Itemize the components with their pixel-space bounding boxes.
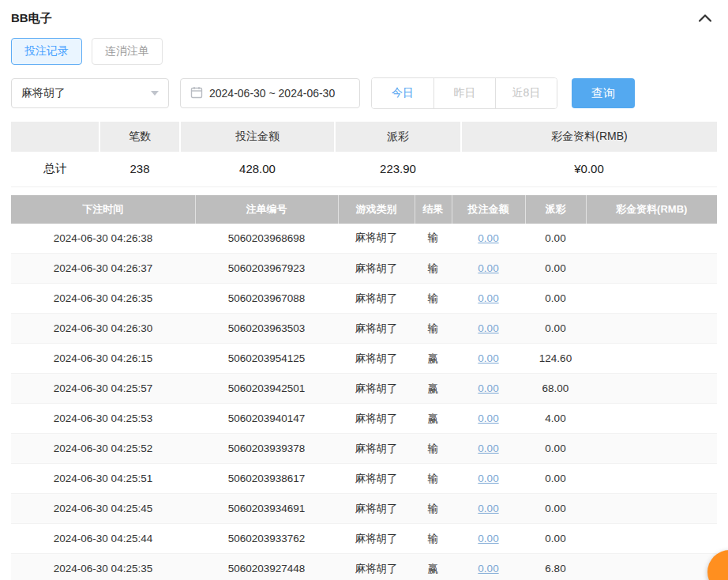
- cell-bonus: [586, 314, 717, 344]
- cell-bet-amount: 0.00: [452, 254, 525, 284]
- page-title: BB电子: [11, 11, 52, 26]
- cell-order-number: 5060203967088: [195, 284, 338, 314]
- summary-total-bonus: ¥0.00: [461, 152, 717, 186]
- records-table-body: 2024-06-30 04:26:38 5060203968698 麻将胡了 输…: [11, 224, 717, 580]
- cell-order-number: 5060203968698: [195, 224, 338, 254]
- cell-bet-amount: 0.00: [452, 344, 525, 374]
- bet-amount-link[interactable]: 0.00: [478, 352, 498, 364]
- cell-payout: 68.00: [525, 374, 586, 404]
- summary-total-bet: 428.00: [180, 152, 335, 186]
- summary-header-count: 笔数: [99, 122, 180, 152]
- cell-bet-amount: 0.00: [452, 434, 525, 464]
- cell-bonus: [586, 434, 717, 464]
- cell-result: 输: [415, 494, 452, 524]
- game-select-value: 麻将胡了: [21, 86, 66, 100]
- bet-amount-link[interactable]: 0.00: [478, 473, 498, 484]
- cell-payout: 0.00: [525, 254, 586, 284]
- cell-result: 输: [415, 224, 452, 254]
- cell-bet-amount: 0.00: [452, 284, 525, 314]
- last8days-button[interactable]: 近8日: [495, 78, 557, 108]
- cell-bet-time: 2024-06-30 04:26:37: [11, 254, 195, 284]
- tab-bet-records[interactable]: 投注记录: [11, 38, 82, 65]
- cell-bet-amount: 0.00: [452, 464, 525, 494]
- cell-payout: 0.00: [525, 464, 586, 494]
- cell-payout: 6.80: [525, 554, 586, 580]
- header-result: 结果: [415, 195, 452, 224]
- summary-header-row: 笔数 投注金额 派彩 彩金资料(RMB): [11, 122, 717, 152]
- cell-game-type: 麻将胡了: [338, 254, 415, 284]
- summary-header-bet: 投注金额: [180, 122, 335, 152]
- cell-order-number: 5060203940147: [195, 404, 338, 434]
- today-button[interactable]: 今日: [372, 78, 433, 108]
- cell-bet-time: 2024-06-30 04:25:52: [11, 434, 195, 464]
- cell-result: 输: [415, 284, 452, 314]
- cell-order-number: 5060203942501: [195, 374, 338, 404]
- cell-game-type: 麻将胡了: [338, 344, 415, 374]
- cell-bonus: [586, 224, 717, 254]
- summary-header-payout: 派彩: [335, 122, 461, 152]
- cell-bonus: [586, 284, 717, 314]
- cell-bet-time: 2024-06-30 04:25:51: [11, 464, 195, 494]
- bet-amount-link[interactable]: 0.00: [478, 503, 498, 514]
- table-row: 2024-06-30 04:26:38 5060203968698 麻将胡了 输…: [11, 224, 717, 254]
- yesterday-button[interactable]: 昨日: [433, 78, 495, 108]
- cell-result: 赢: [415, 404, 452, 434]
- cell-result: 赢: [415, 554, 452, 580]
- search-button[interactable]: 查询: [572, 78, 635, 108]
- cell-bonus: [586, 464, 717, 494]
- cell-result: 赢: [415, 374, 452, 404]
- summary-total-row: 总计 238 428.00 223.90 ¥0.00: [11, 152, 717, 186]
- cell-game-type: 麻将胡了: [338, 314, 415, 344]
- summary-table: 笔数 投注金额 派彩 彩金资料(RMB) 总计 238 428.00 223.9…: [11, 122, 717, 187]
- cell-game-type: 麻将胡了: [338, 554, 415, 580]
- table-row: 2024-06-30 04:26:37 5060203967923 麻将胡了 输…: [11, 254, 717, 284]
- table-row: 2024-06-30 04:25:52 5060203939378 麻将胡了 输…: [11, 434, 717, 464]
- cell-bet-time: 2024-06-30 04:26:15: [11, 344, 195, 374]
- tab-cancelled-orders[interactable]: 连消注单: [92, 38, 163, 65]
- header-order-number: 注单编号: [195, 195, 338, 224]
- cell-bet-time: 2024-06-30 04:25:44: [11, 524, 195, 554]
- cell-payout: 0.00: [525, 494, 586, 524]
- bet-amount-link[interactable]: 0.00: [478, 232, 498, 244]
- cell-bet-amount: 0.00: [452, 224, 525, 254]
- table-row: 2024-06-30 04:26:30 5060203963503 麻将胡了 输…: [11, 314, 717, 344]
- cell-bonus: [586, 254, 717, 284]
- cell-result: 输: [415, 524, 452, 554]
- bet-amount-link[interactable]: 0.00: [478, 412, 498, 424]
- cell-game-type: 麻将胡了: [338, 524, 415, 554]
- cell-game-type: 麻将胡了: [338, 434, 415, 464]
- bet-amount-link[interactable]: 0.00: [478, 533, 498, 544]
- header-payout: 派彩: [525, 195, 586, 224]
- bet-amount-link[interactable]: 0.00: [478, 563, 498, 574]
- date-range-picker[interactable]: 2024-06-30 ~ 2024-06-30: [180, 78, 360, 108]
- filter-bar: 麻将胡了 2024-06-30 ~ 2024-06-30 今日 昨日 近8日 查…: [0, 73, 728, 119]
- cell-bonus: [586, 554, 717, 580]
- cell-game-type: 麻将胡了: [338, 374, 415, 404]
- cell-result: 输: [415, 464, 452, 494]
- cell-order-number: 5060203963503: [195, 314, 338, 344]
- cell-result: 输: [415, 314, 452, 344]
- cell-payout: 0.00: [525, 434, 586, 464]
- bet-amount-link[interactable]: 0.00: [478, 443, 498, 454]
- records-table: 下注时间 注单编号 游戏类别 结果 投注金额 派彩 彩金资料(RMB) 2024…: [11, 195, 717, 580]
- cell-game-type: 麻将胡了: [338, 224, 415, 254]
- game-select[interactable]: 麻将胡了: [11, 78, 169, 108]
- bet-amount-link[interactable]: 0.00: [478, 292, 498, 304]
- cell-bet-time: 2024-06-30 04:25:53: [11, 404, 195, 434]
- bet-amount-link[interactable]: 0.00: [478, 322, 498, 334]
- summary-header-bonus: 彩金资料(RMB): [461, 122, 717, 152]
- cell-bonus: [586, 374, 717, 404]
- table-row: 2024-06-30 04:25:35 5060203927448 麻将胡了 赢…: [11, 554, 717, 580]
- records-header-row: 下注时间 注单编号 游戏类别 结果 投注金额 派彩 彩金资料(RMB): [11, 195, 717, 224]
- header-bet-time: 下注时间: [11, 195, 195, 224]
- header-game-type: 游戏类别: [338, 195, 415, 224]
- table-row: 2024-06-30 04:25:53 5060203940147 麻将胡了 赢…: [11, 404, 717, 434]
- chevron-up-icon[interactable]: [698, 13, 712, 23]
- table-row: 2024-06-30 04:26:35 5060203967088 麻将胡了 输…: [11, 284, 717, 314]
- cell-payout: 4.00: [525, 404, 586, 434]
- bet-amount-link[interactable]: 0.00: [478, 262, 498, 274]
- chevron-down-icon: [151, 91, 159, 96]
- cell-payout: 0.00: [525, 284, 586, 314]
- bet-amount-link[interactable]: 0.00: [478, 382, 498, 394]
- header-bet-amount: 投注金额: [452, 195, 525, 224]
